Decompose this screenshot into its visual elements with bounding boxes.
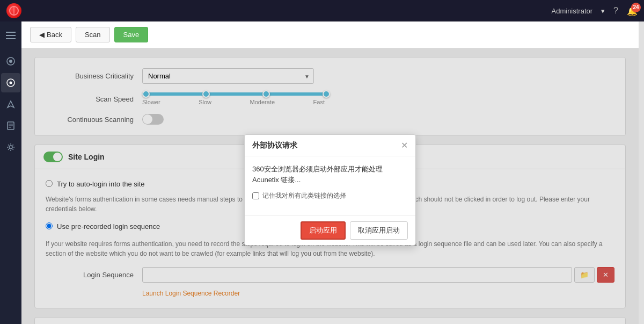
modal-checkbox-label: 记住我对所有此类链接的选择 — [262, 191, 346, 200]
svg-point-6 — [9, 60, 12, 63]
admin-label[interactable]: Administrator — [552, 7, 593, 15]
svg-point-13 — [9, 146, 12, 149]
help-icon[interactable]: ? — [613, 6, 618, 16]
sidebar-item-scan[interactable] — [1, 73, 20, 92]
svg-rect-3 — [6, 35, 16, 36]
topbar-caret: ▾ — [601, 7, 605, 15]
modal-body-text: 360安全浏览器必须启动外部应用才能处理 Acunetix 链接... — [252, 164, 408, 185]
modal-overlay: 外部协议请求 ✕ 360安全浏览器必须启动外部应用才能处理 Acunetix 链… — [21, 48, 639, 324]
logo — [6, 3, 21, 18]
modal-close-button[interactable]: ✕ — [401, 140, 408, 150]
svg-rect-2 — [6, 32, 16, 33]
sidebar-item-reports[interactable] — [1, 116, 20, 135]
back-icon: ◀ — [39, 31, 45, 39]
topbar: Administrator ▾ ? 🔔 24 — [0, 0, 644, 21]
sidebar-item-settings[interactable] — [1, 138, 20, 157]
topbar-right: Administrator ▾ ? 🔔 24 — [552, 6, 638, 16]
notification-badge: 24 — [631, 3, 641, 12]
cancel-app-button[interactable]: 取消应用启动 — [350, 221, 408, 240]
modal-title: 外部协议请求 — [252, 141, 297, 150]
save-button[interactable]: Save — [114, 27, 149, 42]
svg-rect-4 — [6, 38, 16, 39]
scan-button[interactable]: Scan — [76, 27, 110, 42]
sidebar-item-menu[interactable] — [1, 26, 20, 45]
sidebar — [0, 21, 21, 324]
content-area: Business Criticality Normal Low High Cri… — [21, 48, 639, 324]
svg-point-8 — [10, 82, 12, 84]
scrollbar[interactable] — [639, 21, 644, 324]
modal-header: 外部协议请求 ✕ — [245, 135, 415, 156]
notifications[interactable]: 🔔 24 — [627, 6, 638, 16]
sidebar-item-dashboard[interactable] — [1, 52, 20, 71]
modal-body: 360安全浏览器必须启动外部应用才能处理 Acunetix 链接... 记住我对… — [245, 156, 415, 215]
modal-checkbox[interactable] — [252, 192, 259, 199]
modal-footer: 启动应用 取消应用启动 — [245, 215, 415, 245]
modal-checkbox-row: 记住我对所有此类链接的选择 — [252, 191, 408, 200]
back-button[interactable]: ◀ Back — [30, 27, 71, 42]
launch-app-button[interactable]: 启动应用 — [301, 221, 346, 240]
external-protocol-modal: 外部协议请求 ✕ 360安全浏览器必须启动外部应用才能处理 Acunetix 链… — [244, 134, 416, 246]
actionbar: ◀ Back Scan Save — [21, 21, 639, 48]
sidebar-item-targets[interactable] — [1, 95, 20, 114]
